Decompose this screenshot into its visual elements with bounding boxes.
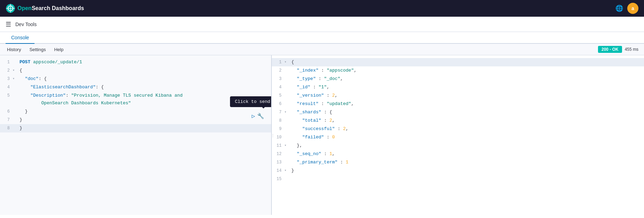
resp-line-4: 4 "_id" : "1", [272,83,644,91]
resp-content: "successful" : 2, [290,125,644,133]
logo-icon [6,3,15,13]
fold-gutter[interactable]: ▾ [13,75,18,83]
resp-fold[interactable]: ▾ [284,108,290,116]
resp-content: { [290,58,644,66]
resp-line-num: 5 [272,92,284,99]
resp-content: }, [290,142,644,150]
resp-line-num: 6 [272,100,284,108]
tab-console[interactable]: Console [6,32,34,44]
tooltip: Click to send request [230,96,272,107]
resp-line-14: 14 ▾ } [272,167,644,175]
resp-line-num: 9 [272,125,284,133]
resp-line-num: 7 [272,108,284,116]
code-editor[interactable]: 1 POST appscode/_update/1 2 ▾ { 3 ▾ "doc… [0,55,271,215]
editor-line-6: 6 } [0,107,271,116]
user-avatar[interactable]: a [627,3,638,14]
resp-line-1: 1 ▾ { [272,58,644,66]
editor-line-8: 8 } [0,124,271,132]
resp-line-num: 8 [272,117,284,124]
top-navigation: OpenSearch Dashboards 🌐 a [0,0,644,17]
resp-line-num: 4 [272,83,284,91]
resp-content: } [290,167,644,175]
line-number: 5 [0,92,13,99]
main-content: 1 POST appscode/_update/1 2 ▾ { 3 ▾ "doc… [0,55,644,215]
line-number: 6 [0,108,13,115]
editor-line-7: 7 } [0,116,271,124]
tab-bar: Console [0,32,644,44]
resp-content: "_primary_term" : 1 [290,159,644,166]
resp-line-9: 9 "successful" : 2, [272,125,644,133]
resp-line-7: 7 ▾ "_shards" : { [272,108,644,116]
resp-content: "_version" : 2, [290,92,644,99]
resp-content: "_index" : "appscode", [290,67,644,74]
response-pane: 1 ▾ { 2 "_index" : "appscode", 3 "_type"… [272,55,644,215]
line-content: { [18,67,271,74]
editor-pane[interactable]: 1 POST appscode/_update/1 2 ▾ { 3 ▾ "doc… [0,55,272,215]
resp-content: "_id" : "1", [290,83,644,91]
breadcrumb-bar: ☰ Dev Tools [0,17,644,32]
resp-line-8: 8 "total" : 2, [272,116,644,125]
resp-content: "_seq_no" : 1, [290,150,644,158]
line-number: 7 [0,116,13,124]
fold-gutter[interactable]: ▾ [13,67,18,74]
resp-fold[interactable]: ▾ [284,58,290,66]
app-logo[interactable]: OpenSearch Dashboards [6,3,84,13]
line-content: POST appscode/_update/1 [18,58,271,66]
page-title: Dev Tools [15,22,37,27]
editor-line-1: 1 POST appscode/_update/1 [0,58,271,66]
line-number: 4 [0,83,13,91]
resp-line-12: 12 "_seq_no" : 1, [272,150,644,158]
resp-line-13: 13 "_primary_term" : 1 [272,158,644,167]
resp-content: "result" : "updated", [290,100,644,108]
line-content: } [18,116,271,124]
wrench-icon[interactable]: 🔧 [257,113,264,120]
resp-line-num: 11 [272,142,284,150]
history-button[interactable]: History [6,46,22,53]
line-content: "doc": { [18,75,271,83]
resp-content: "failed" : 0 [290,134,644,141]
resp-content: "_type" : "_doc", [290,75,644,83]
line-number: 2 [0,67,13,74]
toolbar: History Settings Help 200 - OK 455 ms [0,44,644,55]
resp-line-num: 12 [272,150,284,158]
resp-content: "_shards" : { [290,108,644,116]
editor-line-4: 4 "ElasticsearchDashboard": { [0,83,271,91]
line-content: "ElasticsearchDashboard": { [18,83,271,91]
globe-icon[interactable]: 🌐 [615,5,623,12]
run-icon[interactable]: ▷ [252,113,255,120]
resp-line-num: 2 [272,67,284,74]
status-badge: 200 - OK [598,46,622,53]
settings-button[interactable]: Settings [28,46,47,53]
editor-line-3: 3 ▾ "doc": { [0,75,271,83]
line-content: } [18,108,271,115]
resp-line-5: 5 "_version" : 2, [272,91,644,100]
line-number: 8 [0,124,13,132]
resp-line-num: 13 [272,159,284,166]
line-number: 1 [0,58,13,66]
nav-left: OpenSearch Dashboards [6,3,84,13]
resp-line-11: 11 ▾ }, [272,142,644,150]
resp-line-10: 10 "failed" : 0 [272,133,644,142]
resp-fold[interactable]: ▾ [284,167,290,175]
resp-line-num: 3 [272,75,284,83]
resize-handle[interactable]: ⋮ [271,133,275,137]
resp-content: "total" : 2, [290,117,644,124]
nav-right: 🌐 a [615,3,638,14]
line-content: } [18,124,271,132]
logo-text: OpenSearch Dashboards [17,5,84,11]
resp-line-2: 2 "_index" : "appscode", [272,66,644,75]
tooltip-box: Click to send request [230,96,272,107]
response-content: 1 ▾ { 2 "_index" : "appscode", 3 "_type"… [272,55,644,186]
resp-line-6: 6 "result" : "updated", [272,100,644,108]
resp-line-3: 3 "_type" : "_doc", [272,75,644,83]
resp-line-num: 1 [272,58,284,66]
editor-action-icons: ▷ 🔧 [252,113,264,120]
help-button[interactable]: Help [53,46,65,53]
resp-line-num: 14 [272,167,284,175]
editor-line-2: 2 ▾ { [0,66,271,75]
resp-fold[interactable]: ▾ [284,142,290,150]
toolbar-actions: History Settings Help [6,46,65,53]
line-number: 3 [0,75,13,83]
resp-line-num: 15 [272,175,284,183]
hamburger-menu[interactable]: ☰ [6,21,11,28]
